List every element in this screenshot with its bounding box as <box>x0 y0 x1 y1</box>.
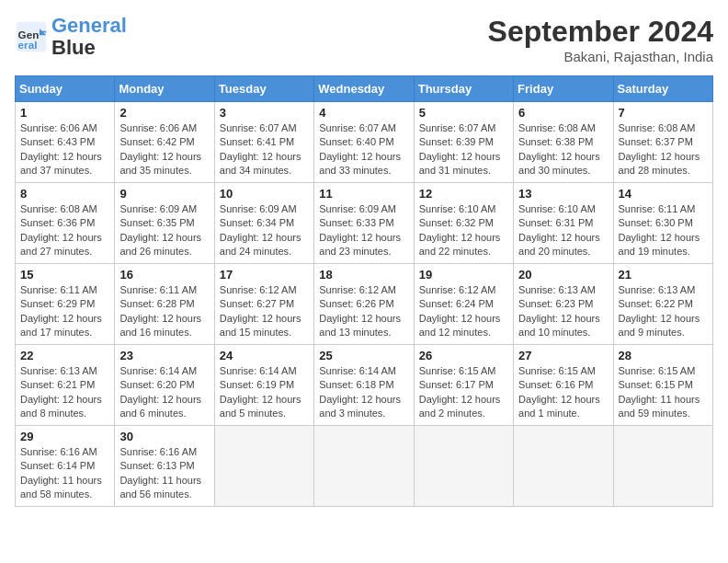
calendar-day: 9 Sunrise: 6:09 AM Sunset: 6:35 PM Dayli… <box>115 183 214 264</box>
calendar-day: 29 Sunrise: 6:16 AM Sunset: 6:14 PM Dayl… <box>16 426 115 507</box>
day-info: Sunrise: 6:11 AM Sunset: 6:30 PM Dayligh… <box>619 202 708 259</box>
calendar-day: 13 Sunrise: 6:10 AM Sunset: 6:31 PM Dayl… <box>514 183 613 264</box>
logo: Gen eral GeneralBlue <box>15 15 127 59</box>
logo-icon: Gen eral <box>15 20 48 53</box>
day-number: 18 <box>319 268 408 282</box>
calendar-day <box>514 426 613 507</box>
calendar-day: 22 Sunrise: 6:13 AM Sunset: 6:21 PM Dayl… <box>16 345 115 426</box>
calendar-day: 19 Sunrise: 6:12 AM Sunset: 6:24 PM Dayl… <box>414 264 513 345</box>
page-header: Gen eral GeneralBlue September 2024 Baka… <box>15 15 713 64</box>
calendar-day: 24 Sunrise: 6:14 AM Sunset: 6:19 PM Dayl… <box>214 345 313 426</box>
calendar-day: 4 Sunrise: 6:07 AM Sunset: 6:40 PM Dayli… <box>314 102 414 183</box>
day-info: Sunrise: 6:08 AM Sunset: 6:36 PM Dayligh… <box>20 202 109 259</box>
header-saturday: Saturday <box>613 76 712 102</box>
day-info: Sunrise: 6:10 AM Sunset: 6:31 PM Dayligh… <box>518 202 608 259</box>
header-tuesday: Tuesday <box>214 76 313 102</box>
calendar-day: 2 Sunrise: 6:06 AM Sunset: 6:42 PM Dayli… <box>115 102 214 183</box>
calendar-day: 21 Sunrise: 6:13 AM Sunset: 6:22 PM Dayl… <box>613 264 712 345</box>
calendar-day <box>314 426 414 507</box>
day-info: Sunrise: 6:06 AM Sunset: 6:43 PM Dayligh… <box>20 121 109 178</box>
day-info: Sunrise: 6:08 AM Sunset: 6:38 PM Dayligh… <box>518 121 608 178</box>
location-subtitle: Bakani, Rajasthan, India <box>488 49 713 64</box>
calendar-header-row: Sunday Monday Tuesday Wednesday Thursday… <box>16 76 713 102</box>
day-number: 22 <box>20 349 109 362</box>
day-number: 21 <box>619 268 708 282</box>
day-number: 24 <box>220 349 309 362</box>
day-number: 20 <box>518 268 608 282</box>
calendar-day: 14 Sunrise: 6:11 AM Sunset: 6:30 PM Dayl… <box>613 183 712 264</box>
calendar-day: 23 Sunrise: 6:14 AM Sunset: 6:20 PM Dayl… <box>115 345 214 426</box>
day-info: Sunrise: 6:11 AM Sunset: 6:28 PM Dayligh… <box>119 283 209 340</box>
day-info: Sunrise: 6:15 AM Sunset: 6:16 PM Dayligh… <box>518 364 608 421</box>
day-number: 7 <box>619 106 708 120</box>
header-monday: Monday <box>115 76 214 102</box>
day-number: 30 <box>119 430 209 443</box>
calendar-day: 10 Sunrise: 6:09 AM Sunset: 6:34 PM Dayl… <box>214 183 313 264</box>
logo-text: GeneralBlue <box>51 15 127 59</box>
day-number: 25 <box>319 349 408 362</box>
calendar-week-row: 22 Sunrise: 6:13 AM Sunset: 6:21 PM Dayl… <box>16 345 713 426</box>
day-number: 14 <box>619 187 708 201</box>
day-number: 10 <box>220 187 309 201</box>
calendar-day: 12 Sunrise: 6:10 AM Sunset: 6:32 PM Dayl… <box>414 183 513 264</box>
calendar-day: 28 Sunrise: 6:15 AM Sunset: 6:15 PM Dayl… <box>613 345 712 426</box>
title-block: September 2024 Bakani, Rajasthan, India <box>488 15 713 64</box>
calendar-day: 17 Sunrise: 6:12 AM Sunset: 6:27 PM Dayl… <box>214 264 313 345</box>
day-number: 17 <box>220 268 309 282</box>
day-info: Sunrise: 6:14 AM Sunset: 6:20 PM Dayligh… <box>119 364 209 421</box>
calendar-day: 7 Sunrise: 6:08 AM Sunset: 6:37 PM Dayli… <box>613 102 712 183</box>
day-info: Sunrise: 6:09 AM Sunset: 6:33 PM Dayligh… <box>319 202 408 259</box>
day-number: 8 <box>20 187 109 201</box>
day-number: 11 <box>319 187 408 201</box>
calendar-day: 20 Sunrise: 6:13 AM Sunset: 6:23 PM Dayl… <box>514 264 613 345</box>
day-number: 9 <box>119 187 209 201</box>
day-info: Sunrise: 6:06 AM Sunset: 6:42 PM Dayligh… <box>119 121 209 178</box>
day-number: 28 <box>619 349 708 362</box>
day-info: Sunrise: 6:09 AM Sunset: 6:35 PM Dayligh… <box>119 202 209 259</box>
day-number: 4 <box>319 106 408 120</box>
day-info: Sunrise: 6:11 AM Sunset: 6:29 PM Dayligh… <box>20 283 109 340</box>
day-number: 13 <box>518 187 608 201</box>
month-title: September 2024 <box>488 15 713 49</box>
calendar-day: 27 Sunrise: 6:15 AM Sunset: 6:16 PM Dayl… <box>514 345 613 426</box>
day-number: 1 <box>20 106 109 120</box>
day-number: 27 <box>518 349 608 362</box>
header-sunday: Sunday <box>16 76 115 102</box>
calendar-day: 18 Sunrise: 6:12 AM Sunset: 6:26 PM Dayl… <box>314 264 414 345</box>
day-info: Sunrise: 6:07 AM Sunset: 6:40 PM Dayligh… <box>319 121 408 178</box>
header-thursday: Thursday <box>414 76 513 102</box>
day-number: 19 <box>419 268 508 282</box>
day-info: Sunrise: 6:07 AM Sunset: 6:41 PM Dayligh… <box>220 121 309 178</box>
calendar-week-row: 1 Sunrise: 6:06 AM Sunset: 6:43 PM Dayli… <box>16 102 713 183</box>
calendar-table: Sunday Monday Tuesday Wednesday Thursday… <box>15 75 713 507</box>
calendar-day: 5 Sunrise: 6:07 AM Sunset: 6:39 PM Dayli… <box>414 102 513 183</box>
calendar-day: 26 Sunrise: 6:15 AM Sunset: 6:17 PM Dayl… <box>414 345 513 426</box>
header-friday: Friday <box>514 76 613 102</box>
day-number: 15 <box>20 268 109 282</box>
day-info: Sunrise: 6:12 AM Sunset: 6:27 PM Dayligh… <box>220 283 309 340</box>
day-info: Sunrise: 6:13 AM Sunset: 6:21 PM Dayligh… <box>20 364 109 421</box>
calendar-day: 1 Sunrise: 6:06 AM Sunset: 6:43 PM Dayli… <box>16 102 115 183</box>
day-number: 16 <box>119 268 209 282</box>
day-number: 3 <box>220 106 309 120</box>
day-info: Sunrise: 6:07 AM Sunset: 6:39 PM Dayligh… <box>419 121 508 178</box>
day-number: 29 <box>20 430 109 443</box>
day-number: 2 <box>119 106 209 120</box>
calendar-week-row: 15 Sunrise: 6:11 AM Sunset: 6:29 PM Dayl… <box>16 264 713 345</box>
day-info: Sunrise: 6:10 AM Sunset: 6:32 PM Dayligh… <box>419 202 508 259</box>
day-number: 6 <box>518 106 608 120</box>
day-number: 12 <box>419 187 508 201</box>
calendar-day: 6 Sunrise: 6:08 AM Sunset: 6:38 PM Dayli… <box>514 102 613 183</box>
day-info: Sunrise: 6:09 AM Sunset: 6:34 PM Dayligh… <box>220 202 309 259</box>
calendar-week-row: 8 Sunrise: 6:08 AM Sunset: 6:36 PM Dayli… <box>16 183 713 264</box>
day-info: Sunrise: 6:13 AM Sunset: 6:23 PM Dayligh… <box>518 283 608 340</box>
day-info: Sunrise: 6:14 AM Sunset: 6:19 PM Dayligh… <box>220 364 309 421</box>
day-number: 5 <box>419 106 508 120</box>
day-info: Sunrise: 6:12 AM Sunset: 6:26 PM Dayligh… <box>319 283 408 340</box>
calendar-day: 3 Sunrise: 6:07 AM Sunset: 6:41 PM Dayli… <box>214 102 313 183</box>
day-info: Sunrise: 6:16 AM Sunset: 6:14 PM Dayligh… <box>20 445 109 502</box>
calendar-day <box>414 426 513 507</box>
calendar-day: 15 Sunrise: 6:11 AM Sunset: 6:29 PM Dayl… <box>16 264 115 345</box>
day-info: Sunrise: 6:15 AM Sunset: 6:17 PM Dayligh… <box>419 364 508 421</box>
calendar-week-row: 29 Sunrise: 6:16 AM Sunset: 6:14 PM Dayl… <box>16 426 713 507</box>
